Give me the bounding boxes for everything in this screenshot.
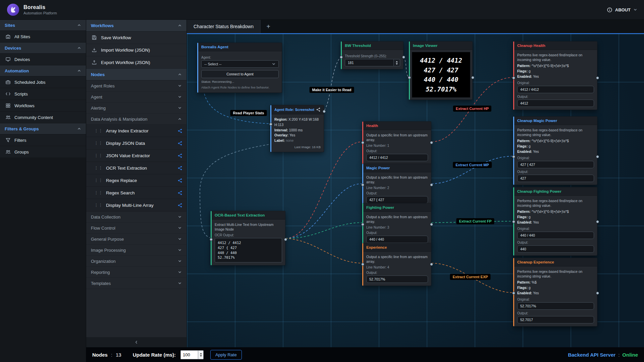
export-workflow-button[interactable]: Export Workflow (JSON) <box>86 56 186 69</box>
node-cleanup-magic-power[interactable]: Cleanup Magic Power Performs live regex-… <box>513 116 597 185</box>
node-magic-power[interactable]: Magic Power Output a specific line from … <box>362 164 431 206</box>
category-templates[interactable]: Templates <box>86 278 186 289</box>
category-flow-control[interactable]: Flow Control <box>86 223 186 234</box>
step-down-icon[interactable] <box>200 355 202 357</box>
category-data-collection[interactable]: Data Collection <box>86 212 186 223</box>
save-workflow-button[interactable]: Save Workflow <box>86 32 186 44</box>
category-data-analysis[interactable]: Data Analysis & Manipulation <box>86 114 186 125</box>
drag-handle-icon[interactable]: ⋮⋮ <box>94 178 103 182</box>
node-item-json-value-extractor[interactable]: ⋮⋮ JSON Value Extractor <box>86 149 186 162</box>
input-port[interactable] <box>361 263 364 266</box>
input-port[interactable] <box>361 141 364 144</box>
nodes-section-header[interactable]: Nodes <box>86 69 186 80</box>
input-port[interactable] <box>269 123 272 126</box>
output-port[interactable] <box>430 141 433 144</box>
drag-handle-icon[interactable]: ⋮⋮ <box>94 141 103 145</box>
drag-handle-icon[interactable]: ⋮⋮ <box>94 154 103 158</box>
drag-handle-icon[interactable]: ⋮⋮ <box>94 129 103 133</box>
drag-handle-icon[interactable]: ⋮⋮ <box>94 203 103 207</box>
share-icon[interactable] <box>316 107 321 112</box>
sidebar-item-workflows[interactable]: Workflows <box>0 100 86 112</box>
output-field[interactable] <box>366 196 428 203</box>
output-field[interactable] <box>517 175 594 182</box>
output-port[interactable] <box>402 56 405 59</box>
output-field[interactable] <box>517 316 594 323</box>
tab-character-status-breakdown[interactable]: Character Status Breakdown <box>187 20 261 33</box>
update-rate-input[interactable] <box>180 350 198 359</box>
sidebar-section-automation[interactable]: Automation <box>0 65 86 76</box>
original-field[interactable] <box>517 86 594 93</box>
original-field[interactable] <box>517 232 594 239</box>
import-workflow-button[interactable]: Import Workflow (JSON) <box>86 44 186 56</box>
sidebar-section-sites[interactable]: Sites <box>0 20 86 31</box>
input-port[interactable] <box>408 76 411 79</box>
sidebar-item-devices[interactable]: Devices <box>0 54 86 65</box>
input-port[interactable] <box>361 183 364 186</box>
node-ocr-text-extraction[interactable]: OCR-Based Text Extraction Extract Multi-… <box>211 211 285 265</box>
threshold-stepper[interactable] <box>394 59 400 66</box>
output-field[interactable] <box>517 100 594 107</box>
output-port[interactable] <box>596 292 599 295</box>
output-port[interactable] <box>430 223 433 226</box>
input-port[interactable] <box>361 223 364 226</box>
collapse-panel-button[interactable] <box>86 337 186 347</box>
input-port[interactable] <box>512 76 515 79</box>
sidebar-item-groups[interactable]: Groups <box>0 146 86 158</box>
node-agent-role-screenshot[interactable]: Agent Role: Screenshot Region:X:200 Y:41… <box>270 105 324 152</box>
workflows-section-header[interactable]: Workflows <box>86 20 186 32</box>
output-port[interactable] <box>471 76 474 79</box>
node-fighting-power[interactable]: Fighting Power Output a specific line fr… <box>362 203 431 246</box>
sidebar-section-devices[interactable]: Devices <box>0 43 86 54</box>
add-tab-button[interactable]: + <box>261 20 276 33</box>
node-item-regex-replace[interactable]: ⋮⋮ Regex Replace <box>86 174 186 187</box>
node-item-regex-search[interactable]: ⋮⋮ Regex Search <box>86 187 186 199</box>
output-port[interactable] <box>596 220 599 223</box>
sidebar-item-filters[interactable]: Filters <box>0 134 86 146</box>
category-image-processing[interactable]: Image Processing <box>86 245 186 256</box>
threshold-input[interactable] <box>345 59 394 66</box>
input-port[interactable] <box>210 238 213 241</box>
update-rate-stepper[interactable] <box>198 350 204 359</box>
output-port[interactable] <box>430 263 433 266</box>
category-organization[interactable]: Organization <box>86 256 186 267</box>
ocr-output-textarea[interactable]: 4412 / 4412 427 { 427 440 / 440 52.7017% <box>215 238 282 262</box>
sidebar-section-filters-groups[interactable]: Filters & Groups <box>0 123 86 134</box>
sidebar-item-all-sites[interactable]: All Sites <box>0 31 86 43</box>
about-button[interactable]: ABOUT <box>607 7 637 13</box>
node-canvas[interactable]: Read Player Stats Make it Easier to Read… <box>187 34 644 347</box>
output-port[interactable] <box>596 76 599 79</box>
agent-select[interactable]: -- Select -- <box>201 60 279 68</box>
output-port[interactable] <box>323 110 326 113</box>
output-port[interactable] <box>430 183 433 186</box>
output-port[interactable] <box>284 238 287 241</box>
category-alerting[interactable]: Alerting <box>86 103 186 114</box>
sidebar-item-community-content[interactable]: Community Content <box>0 112 86 123</box>
output-field[interactable] <box>366 276 428 283</box>
node-borealis-agent[interactable]: Borealis Agent Agent: -- Select -- Conne… <box>197 43 282 93</box>
node-cleanup-health[interactable]: Cleanup Health Performs live regex-based… <box>513 41 597 110</box>
category-general-purpose[interactable]: General Purpose <box>86 234 186 245</box>
node-bw-threshold[interactable]: BW Threshold Threshold Strength (0–255): <box>341 41 404 69</box>
step-down-icon[interactable] <box>396 63 398 65</box>
input-port[interactable] <box>512 292 515 295</box>
node-item-display-multiline-array[interactable]: ⋮⋮ Display Multi-Line Array <box>86 199 186 212</box>
output-field[interactable] <box>366 236 428 243</box>
step-up-icon[interactable] <box>396 61 398 62</box>
node-cleanup-fighting-power[interactable]: Cleanup Fighting Power Performs live reg… <box>513 187 597 256</box>
connect-to-agent-button[interactable]: Connect to Agent <box>201 70 279 78</box>
original-field[interactable] <box>517 302 594 310</box>
node-item-display-json-data[interactable]: ⋮⋮ Display JSON Data <box>86 137 186 149</box>
category-reporting[interactable]: Reporting <box>86 267 186 278</box>
original-field[interactable] <box>517 161 594 168</box>
drag-handle-icon[interactable]: ⋮⋮ <box>94 166 103 170</box>
category-agent[interactable]: Agent <box>86 92 186 103</box>
sidebar-item-scripts[interactable]: Scripts <box>0 88 86 100</box>
drag-handle-icon[interactable]: ⋮⋮ <box>94 191 103 195</box>
node-cleanup-experience[interactable]: Cleanup Experience Performs live regex-b… <box>513 258 597 326</box>
apply-rate-button[interactable]: Apply Rate <box>210 350 242 360</box>
input-port[interactable] <box>512 155 515 158</box>
node-item-ocr-text-extraction[interactable]: ⋮⋮ OCR Text Extraction <box>86 162 186 174</box>
node-experience[interactable]: Experience Output a specific line from a… <box>362 243 431 286</box>
category-agent-roles[interactable]: Agent Roles <box>86 80 186 92</box>
step-up-icon[interactable] <box>200 353 202 354</box>
